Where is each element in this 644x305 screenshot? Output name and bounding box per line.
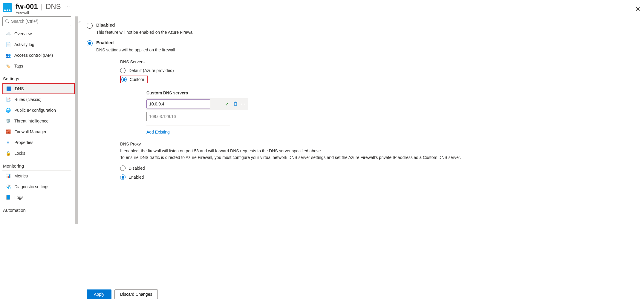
sidebar-item-metrics[interactable]: 📊Metrics: [2, 171, 75, 181]
logs-icon: 📘: [5, 195, 11, 200]
dns-proxy-disabled-label: Disabled: [129, 166, 145, 171]
search-input-wrap[interactable]: [2, 16, 71, 26]
sidebar-item-iam[interactable]: 👥Access control (IAM): [2, 50, 75, 61]
sidebar-item-label: Locks: [14, 151, 25, 156]
title-separator: |: [41, 2, 43, 11]
properties-icon: ≡: [5, 140, 11, 145]
dns-disabled-radio[interactable]: [87, 23, 93, 29]
divider: [146, 125, 230, 125]
dns-servers-heading: DNS Servers: [120, 59, 636, 64]
dns-disabled-desc: This feature will not be enabled on the …: [96, 30, 636, 35]
blade-title: DNS: [46, 2, 61, 11]
svg-point-0: [6, 20, 8, 22]
sidebar-item-tags[interactable]: 🏷️Tags: [2, 61, 75, 71]
sidebar-item-publicip[interactable]: 🌐Public IP configuration: [2, 105, 75, 116]
metrics-icon: 📊: [5, 174, 11, 178]
dns-enabled-radio[interactable]: [87, 40, 93, 46]
sidebar-section-automation: Automation: [2, 203, 71, 214]
sidebar-item-label: Tags: [14, 64, 23, 68]
dns-proxy-desc-1: If enabled, the firewall will listen on …: [120, 148, 539, 154]
sidebar-item-label: DNS: [15, 86, 24, 91]
dns-proxy-disabled-radio[interactable]: [120, 165, 126, 171]
custom-dns-heading: Custom DNS servers: [146, 91, 636, 95]
dns-enabled-desc: DNS settings will be applied on the fire…: [96, 47, 636, 52]
sidebar-item-diagnostic[interactable]: 🩺Diagnostic settings: [2, 181, 75, 192]
dns-disabled-label: Disabled: [96, 22, 115, 27]
lock-icon: 🔒: [5, 151, 11, 156]
dns-proxy-enabled-radio[interactable]: [120, 174, 126, 180]
sidebar-item-fwmanager[interactable]: 🧱Firewall Manager: [2, 126, 75, 137]
sidebar-item-logs[interactable]: 📘Logs: [2, 192, 75, 203]
dns-servers-custom-label: Custom: [130, 77, 144, 82]
sidebar-item-label: Rules (classic): [14, 97, 42, 102]
dns-proxy-heading: DNS Proxy: [120, 142, 539, 146]
sidebar-item-label: Activity log: [14, 42, 34, 47]
sidebar-section-settings: Settings: [2, 71, 71, 83]
checkmark-icon: ✓: [225, 101, 229, 107]
dns-proxy-enabled-label: Enabled: [129, 175, 144, 180]
dns-servers-custom-radio[interactable]: [121, 77, 127, 82]
sidebar-item-locks[interactable]: 🔒Locks: [2, 148, 75, 159]
cloud-icon: ☁️: [5, 31, 11, 36]
resource-name: fw-001: [16, 2, 38, 11]
search-input[interactable]: [9, 19, 68, 24]
sidebar-item-label: Firewall Manager: [14, 129, 46, 134]
dns-servers-default-radio[interactable]: [120, 68, 126, 73]
more-menu-icon[interactable]: ⋯: [64, 4, 71, 10]
sidebar-item-activity-log[interactable]: 📄Activity log: [2, 39, 75, 50]
diagnostic-icon: 🩺: [5, 184, 11, 189]
sidebar-item-label: Threat intelligence: [14, 119, 48, 123]
resource-icon: •••: [3, 3, 12, 12]
dns-enabled-label: Enabled: [96, 40, 114, 45]
dns-icon: 🟦: [6, 86, 11, 91]
search-icon: [5, 19, 9, 23]
sidebar-item-label: Metrics: [14, 174, 28, 178]
activitylog-icon: 📄: [5, 42, 11, 47]
sidebar-item-label: Access control (IAM): [14, 53, 53, 58]
discard-button[interactable]: Discard Changes: [114, 289, 158, 299]
people-icon: 👥: [5, 53, 11, 58]
sidebar-scrollbar[interactable]: [75, 16, 78, 305]
dns-server-input-1[interactable]: [146, 99, 210, 108]
rules-icon: 📑: [5, 97, 11, 102]
dns-servers-default-label: Default (Azure provided): [129, 68, 174, 73]
sidebar-item-overview[interactable]: ☁️Overview: [2, 28, 75, 39]
shield-icon: 🛡️: [5, 119, 11, 123]
svg-rect-2: [234, 103, 237, 105]
sidebar-item-threat[interactable]: 🛡️Threat intelligence: [2, 116, 75, 126]
sidebar-item-label: Public IP configuration: [14, 108, 56, 113]
sidebar-item-dns[interactable]: 🟦DNS: [2, 83, 75, 94]
sidebar-item-label: Diagnostic settings: [14, 184, 50, 189]
add-existing-link[interactable]: Add Existing: [146, 130, 170, 134]
resource-type: Firewall: [16, 10, 71, 15]
sidebar-item-rules[interactable]: 📑Rules (classic): [2, 94, 75, 105]
ip-icon: 🌐: [5, 108, 11, 113]
firewall-icon: 🧱: [5, 129, 11, 134]
sidebar-section-monitoring: Monitoring: [2, 159, 71, 171]
trash-icon[interactable]: [233, 101, 238, 107]
sidebar-item-label: Properties: [14, 140, 33, 145]
dns-proxy-desc-2: To ensure DNS traffic is directed to Azu…: [120, 154, 539, 161]
sidebar-item-properties[interactable]: ≡Properties: [2, 137, 75, 148]
tag-icon: 🏷️: [5, 64, 11, 68]
close-icon[interactable]: ✕: [635, 5, 640, 13]
svg-line-1: [8, 22, 9, 23]
dns-server-input-2[interactable]: [146, 112, 230, 121]
sidebar-item-label: Logs: [14, 195, 23, 200]
more-icon[interactable]: ⋯: [240, 102, 246, 106]
apply-button[interactable]: Apply: [87, 289, 111, 299]
sidebar-item-label: Overview: [14, 31, 32, 36]
